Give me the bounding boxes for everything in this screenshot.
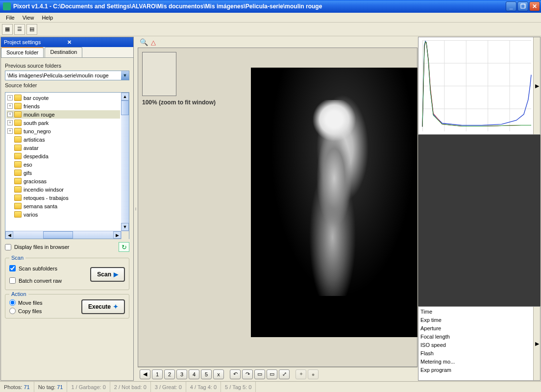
app-icon bbox=[3, 2, 11, 10]
source-folder-label: Source folder bbox=[5, 82, 129, 88]
tree-item[interactable]: avatar bbox=[6, 144, 120, 152]
tree-vscroll[interactable]: ▲ ▼ bbox=[121, 93, 129, 231]
tree-item[interactable]: despedida bbox=[6, 152, 120, 160]
fullscreen-button[interactable]: ⤢ bbox=[279, 369, 290, 379]
toolbar-btn-2[interactable]: ☰ bbox=[14, 24, 25, 35]
move-files-radio[interactable] bbox=[9, 299, 16, 306]
tag-2-button[interactable]: 2 bbox=[164, 369, 175, 379]
panel-close-icon[interactable]: ✕ bbox=[67, 39, 130, 46]
status-great: 3 / Great: 0 bbox=[151, 382, 186, 392]
batch-convert-checkbox[interactable] bbox=[9, 277, 16, 284]
tree-item[interactable]: +moulin rouge bbox=[6, 110, 120, 119]
hscroll-thumb[interactable] bbox=[43, 231, 73, 239]
refresh-button[interactable]: ↻ bbox=[119, 242, 129, 252]
expander-icon[interactable]: + bbox=[7, 128, 13, 134]
folder-tree[interactable]: +bar coyote+friends+moulin rouge+south p… bbox=[5, 92, 129, 239]
tag-3-button[interactable]: 3 bbox=[176, 369, 187, 379]
tag-5-button[interactable]: 5 bbox=[201, 369, 212, 379]
previous-folders-combo[interactable]: \Mis imágenes\Pelicula-serie\moulin roug… bbox=[5, 71, 129, 80]
tree-item-label: semana santa bbox=[24, 203, 57, 209]
folder-icon bbox=[14, 161, 22, 168]
tree-item[interactable]: +friends bbox=[6, 102, 120, 110]
tag-4-button[interactable]: 4 bbox=[189, 369, 199, 379]
copy-files-radio[interactable] bbox=[9, 308, 16, 314]
hscroll-left-icon[interactable]: ◀ bbox=[5, 231, 13, 239]
tree-item[interactable]: retoques - trabajos bbox=[6, 194, 120, 202]
menu-help[interactable]: Help bbox=[38, 14, 57, 22]
tree-item[interactable]: artisticas bbox=[6, 135, 120, 144]
project-settings-panel: Project settings ✕ Source folder Destina… bbox=[0, 37, 134, 381]
tree-item[interactable]: +bar coyote bbox=[6, 94, 120, 102]
scroll-thumb[interactable] bbox=[121, 100, 129, 115]
crop-button[interactable]: ▭ bbox=[254, 369, 265, 379]
expander-icon[interactable]: + bbox=[7, 103, 13, 109]
batch-convert-label: Batch convert raw bbox=[19, 278, 62, 284]
tree-item[interactable]: +south park bbox=[6, 119, 120, 127]
expander-icon[interactable]: + bbox=[7, 95, 13, 100]
magnify-icon[interactable]: 🔍 bbox=[140, 38, 148, 46]
exif-row: Exp time bbox=[420, 316, 531, 324]
tree-item-label: bar coyote bbox=[24, 95, 49, 101]
scan-legend: Scan bbox=[9, 255, 25, 261]
scan-subfolders-checkbox[interactable] bbox=[9, 265, 16, 271]
tree-item-label: varios bbox=[24, 212, 38, 218]
aspect-button[interactable]: ▭ bbox=[267, 369, 277, 379]
menu-file[interactable]: File bbox=[2, 14, 19, 22]
tree-item[interactable]: eso bbox=[6, 160, 120, 169]
tree-item-label: incendio windsor bbox=[24, 187, 64, 193]
toolbar-btn-1[interactable]: ▦ bbox=[2, 24, 13, 35]
exif-row: Focal length bbox=[420, 333, 531, 341]
scroll-grip bbox=[121, 231, 129, 239]
folder-icon bbox=[14, 203, 22, 209]
tree-item[interactable]: varios bbox=[6, 210, 120, 219]
splitter-vertical[interactable] bbox=[134, 36, 137, 381]
folder-icon bbox=[14, 170, 22, 176]
tree-item[interactable]: graciosas bbox=[6, 177, 120, 185]
warning-icon[interactable]: △ bbox=[151, 39, 156, 46]
copy-files-label: Copy files bbox=[18, 308, 42, 314]
tree-item-label: avatar bbox=[24, 145, 39, 151]
tab-destination[interactable]: Destination bbox=[45, 47, 82, 57]
display-files-checkbox[interactable] bbox=[5, 244, 11, 250]
thumbnail-frame[interactable] bbox=[142, 52, 176, 96]
folder-icon bbox=[14, 136, 22, 143]
histogram-collapse-button[interactable]: ▶ bbox=[533, 37, 540, 134]
maximize-button[interactable]: ❐ bbox=[517, 1, 528, 11]
tool-a-button: ✦ bbox=[295, 369, 306, 379]
prev-image-button[interactable]: ◀ bbox=[140, 369, 150, 379]
tree-item-label: tuno_negro bbox=[24, 128, 51, 134]
tree-item[interactable]: gifs bbox=[6, 169, 120, 177]
tree-hscroll[interactable]: ◀ ▶ bbox=[5, 231, 129, 239]
folder-icon bbox=[14, 186, 22, 193]
tree-item-label: gifs bbox=[24, 170, 32, 176]
minimize-button[interactable]: _ bbox=[506, 1, 516, 11]
toolbar-btn-3[interactable]: ▤ bbox=[26, 24, 37, 35]
expander-icon[interactable]: + bbox=[7, 112, 13, 117]
right-dark-area bbox=[418, 135, 541, 306]
image-viewport[interactable]: 100% (zoom to fit window) bbox=[138, 48, 418, 367]
tag-x-button[interactable]: x bbox=[213, 369, 224, 379]
menu-view[interactable]: View bbox=[19, 14, 38, 22]
window-title: Pixort v1.4.1 - C:\Documents and Setting… bbox=[13, 3, 505, 10]
scroll-up-icon[interactable]: ▲ bbox=[121, 93, 129, 100]
display-files-label: Display files in browser bbox=[14, 244, 69, 250]
expander-icon[interactable]: + bbox=[7, 120, 13, 125]
status-notbad: 2 / Not bad: 0 bbox=[110, 382, 151, 392]
folder-icon bbox=[14, 120, 22, 126]
scan-button[interactable]: Scan▶ bbox=[90, 267, 125, 282]
exif-collapse-button[interactable]: ▶ bbox=[533, 307, 540, 380]
tree-item[interactable]: semana santa bbox=[6, 202, 120, 210]
combo-drop-icon[interactable]: ▼ bbox=[121, 71, 129, 80]
hscroll-right-icon[interactable]: ▶ bbox=[113, 231, 121, 239]
close-button[interactable]: ✕ bbox=[529, 1, 540, 11]
tree-item[interactable]: +tuno_negro bbox=[6, 127, 120, 135]
folder-icon bbox=[14, 153, 22, 159]
tag-1-button[interactable]: 1 bbox=[152, 369, 163, 379]
rotate-left-button[interactable]: ↶ bbox=[230, 369, 241, 379]
scroll-down-icon[interactable]: ▼ bbox=[121, 223, 129, 231]
tree-item[interactable]: incendio windsor bbox=[6, 185, 120, 194]
rotate-right-button[interactable]: ↷ bbox=[242, 369, 253, 379]
execute-button[interactable]: Execute✦ bbox=[81, 299, 125, 314]
tree-item-label: friends bbox=[24, 103, 40, 109]
tab-source-folder[interactable]: Source folder bbox=[1, 47, 44, 57]
